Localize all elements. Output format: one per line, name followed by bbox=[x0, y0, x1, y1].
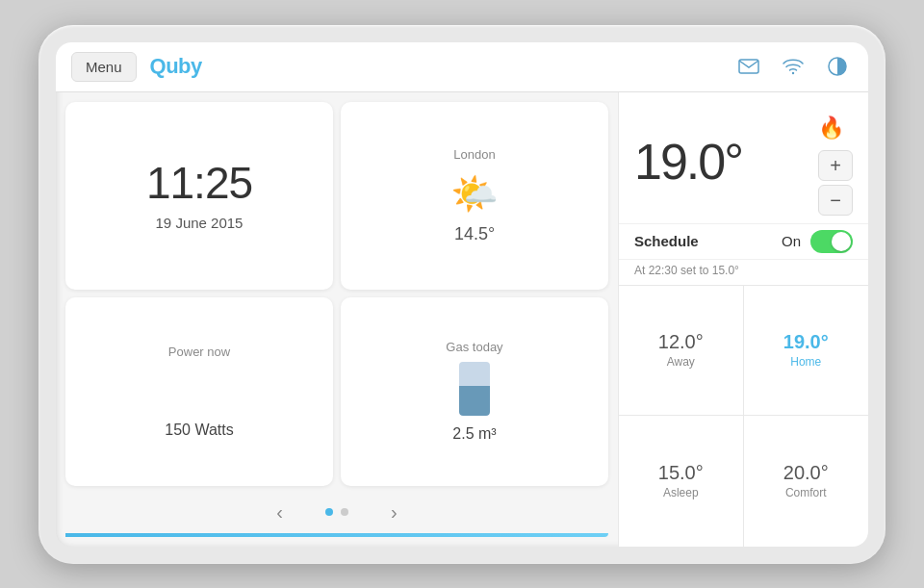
logo: Quby bbox=[150, 54, 202, 79]
preset-name-1: Home bbox=[790, 355, 821, 369]
weather-tile: London 🌤️ 14.5° bbox=[341, 102, 608, 291]
gas-visual bbox=[459, 362, 490, 416]
preset-temp-0: 12.0° bbox=[658, 332, 704, 351]
screen: Menu Quby bbox=[56, 42, 868, 547]
preset-name-0: Away bbox=[667, 355, 695, 369]
blue-bar bbox=[65, 533, 608, 537]
prev-button[interactable]: ‹ bbox=[257, 501, 302, 524]
preset-name-3: Comfort bbox=[785, 486, 827, 499]
weather-icon: 🌤️ bbox=[450, 171, 499, 217]
date-display: 19 June 2015 bbox=[156, 215, 244, 231]
wifi-icon[interactable] bbox=[778, 51, 808, 82]
header: Menu Quby bbox=[56, 42, 868, 92]
contrast-icon[interactable] bbox=[822, 51, 853, 82]
gas-value: 2.5 m³ bbox=[452, 425, 496, 443]
menu-button[interactable]: Menu bbox=[71, 52, 137, 82]
schedule-info: At 22:30 set to 15.0° bbox=[619, 260, 868, 285]
thermostat-top: 19.0° 🔥 + − bbox=[619, 92, 868, 223]
toggle-knob bbox=[832, 232, 851, 251]
header-icons bbox=[733, 51, 853, 82]
preset-temp-2: 15.0° bbox=[658, 463, 704, 482]
weather-temp: 14.5° bbox=[454, 224, 495, 244]
svg-point-1 bbox=[792, 72, 794, 74]
preset-cell-3[interactable]: 20.0°Comfort bbox=[744, 416, 869, 547]
temp-minus-button[interactable]: − bbox=[818, 185, 853, 216]
device: Menu Quby bbox=[38, 25, 886, 564]
next-button[interactable]: › bbox=[372, 501, 417, 524]
schedule-label: Schedule bbox=[634, 233, 782, 249]
dot-2 bbox=[341, 508, 348, 516]
preset-grid: 12.0°Away19.0°Home15.0°Asleep20.0°Comfor… bbox=[619, 285, 868, 547]
envelope-icon[interactable] bbox=[733, 51, 764, 82]
preset-cell-0[interactable]: 12.0°Away bbox=[619, 286, 744, 417]
left-panel: 11:25 19 June 2015 London 🌤️ 14.5° Power… bbox=[56, 92, 618, 547]
time-tile: 11:25 19 June 2015 bbox=[65, 102, 333, 291]
power-label: Power now bbox=[168, 345, 230, 359]
pagination-dots bbox=[325, 508, 348, 516]
svg-rect-0 bbox=[739, 60, 758, 73]
preset-cell-2[interactable]: 15.0°Asleep bbox=[619, 416, 744, 547]
flame-icon: 🔥 bbox=[818, 115, 844, 141]
tiles-grid: 11:25 19 June 2015 London 🌤️ 14.5° Power… bbox=[65, 102, 608, 486]
right-panel: 19.0° 🔥 + − Schedule On bbox=[618, 92, 868, 547]
power-value: 150 Watts bbox=[165, 422, 233, 439]
temp-controls: + − bbox=[818, 150, 853, 216]
preset-cell-1[interactable]: 19.0°Home bbox=[744, 286, 869, 417]
schedule-status: On bbox=[782, 233, 801, 249]
schedule-row: Schedule On bbox=[619, 223, 868, 260]
main-content: 11:25 19 June 2015 London 🌤️ 14.5° Power… bbox=[56, 92, 868, 547]
preset-name-2: Asleep bbox=[663, 486, 699, 499]
temp-plus-button[interactable]: + bbox=[818, 150, 853, 181]
power-tile: Power now 150 Watts bbox=[65, 297, 333, 486]
time-display: 11:25 bbox=[146, 161, 252, 205]
pagination: ‹ › bbox=[65, 494, 608, 525]
gas-label: Gas today bbox=[446, 340, 502, 354]
schedule-toggle[interactable] bbox=[810, 230, 853, 253]
preset-temp-3: 20.0° bbox=[783, 463, 829, 482]
dot-1 bbox=[325, 508, 333, 516]
preset-temp-1: 19.0° bbox=[783, 332, 829, 351]
gas-tile: Gas today 2.5 m³ bbox=[341, 297, 608, 486]
current-temp: 19.0° bbox=[634, 137, 810, 187]
weather-location: London bbox=[453, 147, 495, 162]
